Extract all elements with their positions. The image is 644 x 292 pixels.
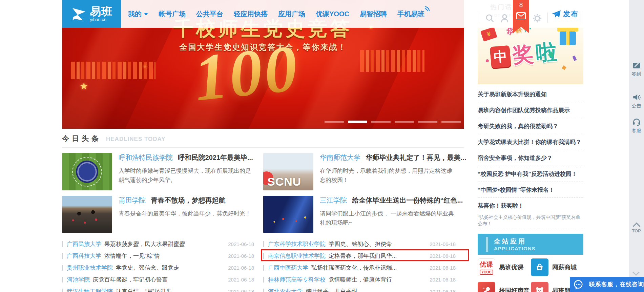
- news-school-link[interactable]: 河池学院: [67, 276, 90, 284]
- topic-link[interactable]: 关于易班新版本升级的通知: [478, 86, 583, 102]
- news-list-row: 广东科学技术职业学院 学四史、铭初心、担使命 2021-06-18: [263, 238, 456, 250]
- news-school-link[interactable]: 广东科学技术职业学院: [268, 240, 326, 248]
- news-date: 2021-06-18: [430, 289, 456, 292]
- lottery-promo-banner[interactable]: ¥ 恭喜你 中 奖 啦: [478, 19, 583, 84]
- news-card-image[interactable]: [62, 153, 112, 190]
- topic-link[interactable]: 恭喜你！获奖啦！: [478, 198, 583, 214]
- app-label: 网薪商城: [552, 263, 577, 271]
- news-list-right: 广东科学技术职业学院 学四史、铭初心、担使命 2021-06-18 南京信息职业…: [263, 238, 456, 292]
- news-desc: 在华师的时光，承载着我们的梦想，用照片定格这难忘的校园！: [320, 166, 457, 185]
- news-list-row: 广西中医药大学 弘扬壮瑶医药文化，传承非遗端... 2021-06-18: [263, 262, 456, 274]
- customer-service-button[interactable]: 客服: [629, 118, 644, 134]
- carousel-indicator[interactable]: [395, 121, 414, 123]
- news-title-link[interactable]: 学四史、铭初心、担使命: [329, 240, 392, 248]
- nav-item-yooc[interactable]: 优课YOOC: [316, 9, 349, 19]
- news-school-link[interactable]: 桂林师范高等专科学校: [268, 276, 326, 284]
- news-school-link[interactable]: 莆田学院: [119, 196, 146, 204]
- news-title-link[interactable]: 呼和民院2021年最美毕...: [178, 154, 253, 161]
- news-title-link[interactable]: 青春不散场，梦想再起航: [151, 196, 226, 204]
- news-title-link[interactable]: 华师毕业典礼定了！再见，最美...: [366, 154, 466, 161]
- news-title-link[interactable]: 弘扬壮瑶医药文化，传承非遗端...: [311, 264, 397, 272]
- news-title-link[interactable]: 浓情端午，一见“粽”情: [104, 252, 160, 260]
- yooc-icon: 优课 YOOC: [478, 258, 495, 276]
- divider: [478, 13, 478, 23]
- lottery-char: 中: [490, 45, 511, 68]
- nav-item-app-plaza[interactable]: 应用广场: [278, 9, 305, 19]
- news-title-link[interactable]: 认真总结，“易”起进步: [116, 288, 171, 292]
- carousel-indicator[interactable]: [325, 121, 344, 123]
- carousel-indicator[interactable]: [418, 121, 437, 123]
- rail-label: 客服: [632, 128, 641, 134]
- nav-item-my[interactable]: 我的: [128, 9, 148, 19]
- news-title-link[interactable]: 庆党百年盛诞，牢记初心誓言: [93, 276, 168, 284]
- news-title-link[interactable]: 果荔枝菠萝蜜，民大水果甜蜜蜜: [104, 240, 185, 248]
- search-icon[interactable]: [485, 14, 494, 24]
- carousel-indicator-active[interactable]: [348, 121, 367, 123]
- news-title-link[interactable]: 党情暖师生，健康体育行: [329, 276, 392, 284]
- news-school-link[interactable]: 河北农业大学: [268, 288, 303, 292]
- nav-item-public-platform[interactable]: 公共平台: [196, 9, 223, 19]
- topic-link[interactable]: “校园反恐 护申有我”反恐活动进校园！: [478, 166, 583, 182]
- user-icon[interactable]: [500, 14, 509, 24]
- gear-icon[interactable]: [533, 14, 542, 24]
- news-title-link[interactable]: 定格青春，那年我们风华...: [329, 252, 397, 260]
- star-icon: ★: [80, 81, 88, 92]
- news-list-row: 河池学院 庆党百年盛诞，牢记初心誓言 2021-06-18: [62, 274, 254, 286]
- carousel-indicator[interactable]: [371, 121, 391, 123]
- publish-button[interactable]: 发布: [552, 9, 579, 19]
- news-title-link[interactable]: 给全体毕业生送出一份特殊的“红色...: [352, 196, 463, 204]
- contact-support-bar[interactable]: 联系客服，在线咨询: [570, 277, 644, 292]
- news-card-image[interactable]: [62, 196, 112, 233]
- news-list-row: 广西民族大学 果荔枝菠萝蜜，民大水果甜蜜蜜 2021-06-18: [62, 238, 254, 250]
- news-title-link[interactable]: 粽叶飘香，共享香甜: [306, 288, 357, 292]
- announcement-button[interactable]: 公告: [629, 93, 644, 109]
- row-marker: [62, 253, 63, 259]
- rail-label: 签到: [632, 71, 641, 77]
- chevron-down-icon[interactable]: [632, 269, 640, 276]
- divider: [547, 13, 548, 23]
- app-item-mall[interactable]: 网薪商城: [531, 258, 577, 276]
- contact-support-label: 联系客服，在线咨询: [589, 280, 644, 288]
- news-school-link[interactable]: 南京信息职业技术学院: [268, 252, 326, 260]
- news-school-link[interactable]: 华南师范大学: [320, 154, 360, 161]
- row-marker: [263, 289, 264, 292]
- headset-icon: [632, 118, 641, 126]
- topic-link[interactable]: 易班内容创作团队优秀投稿作品展示: [478, 102, 583, 118]
- topic-link[interactable]: 大学花式课表大比拼！你的课有我满吗？: [478, 134, 583, 150]
- news-list-row: 桂林师范高等专科学校 党情暖师生，健康体育行 2021-06-18: [263, 274, 456, 286]
- news-card-image[interactable]: [263, 196, 313, 233]
- nav-item-account-plaza[interactable]: 帐号广场: [159, 9, 186, 19]
- app-item-yiban-bear[interactable]: 易班熊: [531, 282, 570, 292]
- nav-item-light-app[interactable]: 轻应用快搭: [234, 9, 268, 19]
- sign-in-button[interactable]: 签到: [629, 61, 644, 77]
- yiban-logo[interactable]: 易班 yiban.cn: [62, 0, 121, 28]
- carousel-indicator[interactable]: [441, 121, 461, 123]
- shopping-basket-icon: [531, 258, 548, 276]
- news-date: 2021-06-18: [430, 277, 456, 283]
- topic-link[interactable]: 宿舍安全事项，你知道多少？: [478, 150, 583, 166]
- back-to-top-button[interactable]: TOP: [629, 224, 644, 233]
- news-school-link[interactable]: 武汉生物工程学院: [67, 288, 113, 292]
- news-school-link[interactable]: 广西中医药大学: [268, 264, 308, 272]
- app-item-campus-voice[interactable]: 校园好声音: [478, 282, 529, 292]
- news-school-link[interactable]: 呼和浩特民族学院: [119, 154, 173, 161]
- hot-topic-links: 关于易班新版本升级的通知 易班内容创作团队优秀投稿作品展示 考研失败的我，真的很…: [478, 86, 583, 214]
- news-title-link[interactable]: 学党史、强信念、跟党走: [116, 264, 179, 272]
- app-item-yooc[interactable]: 优课 YOOC 易班优课: [478, 258, 523, 276]
- topic-link[interactable]: 考研失败的我，真的很差劲吗？: [478, 118, 583, 134]
- topic-link[interactable]: “中国梦•校园情”等你来报名！: [478, 182, 583, 198]
- nav-item-recruit[interactable]: 易智招聘: [360, 9, 387, 19]
- confetti: [562, 65, 566, 70]
- news-date: 2021-06-18: [228, 289, 254, 292]
- row-marker: [263, 253, 264, 259]
- news-list-row: 河北农业大学 粽叶飘香，共享香甜 2021-06-18: [263, 286, 456, 292]
- section-subtitle: HEADLINES TODAY: [106, 136, 166, 143]
- news-school-link[interactable]: 广西科技大学: [67, 252, 101, 260]
- news-school-link[interactable]: 三江学院: [320, 196, 347, 204]
- news-school-link[interactable]: 贵州职业技术学院: [67, 264, 113, 272]
- applications-grid: 优课 YOOC 易班优课 网薪商城 校园好声音: [478, 258, 583, 292]
- news-school-link[interactable]: 广西民族大学: [67, 240, 101, 248]
- nav-item-mobile-yiban[interactable]: 手机易班: [397, 9, 424, 19]
- news-card-image[interactable]: SCNU: [263, 153, 313, 190]
- row-marker: [62, 277, 63, 283]
